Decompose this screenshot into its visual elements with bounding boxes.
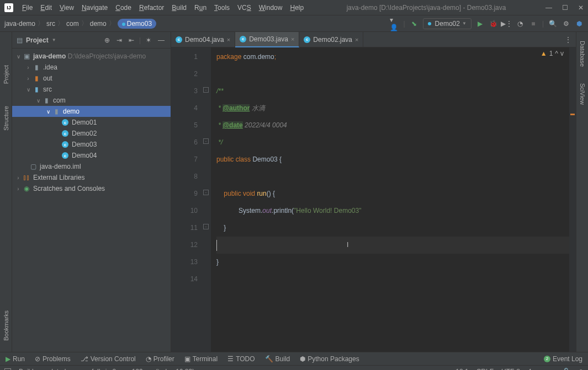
breadcrumb-current[interactable]: Demo03 <box>118 19 156 29</box>
select-opened-icon[interactable]: ⊕ <box>103 36 112 44</box>
expand-all-icon[interactable]: ⇥ <box>115 36 124 44</box>
code-editor[interactable]: 123- 456- 789- 1011-121314 package com.d… <box>171 47 576 352</box>
inspection-widget[interactable]: ▲ 1 ^ v <box>541 50 564 57</box>
tab-close-icon[interactable]: × <box>227 36 230 43</box>
menu-navigate[interactable]: Navigate <box>78 2 111 13</box>
editor-tab-active[interactable]: cDemo03.java× <box>235 32 299 47</box>
sciview-tool-button[interactable]: SciView <box>579 83 586 105</box>
terminal-tool-button[interactable]: ▣Terminal <box>184 355 218 363</box>
indent-label[interactable]: 4 spaces <box>528 368 554 371</box>
tree-file-iml[interactable]: ▢java-demo.iml <box>12 161 171 172</box>
event-log-tool-button[interactable]: 2Event Log <box>544 355 582 363</box>
stop-icon[interactable]: ■ <box>529 19 538 28</box>
menu-view[interactable]: View <box>56 2 77 13</box>
menu-refactor[interactable]: Refactor <box>136 2 167 13</box>
bookmarks-tool-button[interactable]: Bookmarks <box>3 310 9 341</box>
structure-tool-button[interactable]: Structure <box>3 106 9 131</box>
tree-class-demo04[interactable]: cDemo04 <box>12 150 171 161</box>
todo-tool-button[interactable]: ☰TODO <box>227 355 255 363</box>
breadcrumb-item[interactable]: java-demo <box>4 20 35 28</box>
breadcrumb-item[interactable]: com <box>66 20 79 28</box>
panel-settings-icon[interactable]: ✶ <box>144 36 153 44</box>
editor-tab[interactable]: cDemo02.java× <box>299 32 363 47</box>
profiler-icon: ◔ <box>146 355 151 363</box>
breadcrumb-item[interactable]: demo <box>90 20 107 28</box>
menu-build[interactable]: Build <box>168 2 190 13</box>
editor-tab[interactable]: cDemo04.java× <box>171 32 235 47</box>
minimize-icon[interactable]: — <box>545 4 552 12</box>
menu-help[interactable]: Help <box>287 2 307 13</box>
title-bar: IJ File Edit View Navigate Code Refactor… <box>0 0 588 15</box>
tab-close-icon[interactable]: × <box>355 36 358 43</box>
database-tool-button[interactable]: Database <box>579 41 586 67</box>
run-tool-button[interactable]: ▶Run <box>6 355 25 363</box>
menu-run[interactable]: Run <box>191 2 210 13</box>
menu-tools[interactable]: Tools <box>211 2 233 13</box>
menu-window[interactable]: Window <box>256 2 286 13</box>
text-caret <box>216 240 217 251</box>
tree-class-demo03[interactable]: cDemo03 <box>12 139 171 150</box>
toolwindows-toggle-icon[interactable] <box>4 368 11 371</box>
maximize-icon[interactable]: ☐ <box>562 4 568 12</box>
todo-icon: ☰ <box>227 355 234 363</box>
inspect-widget-icon[interactable]: ◐ <box>578 368 584 371</box>
chevron-down-icon[interactable]: v <box>560 50 564 57</box>
chevron-up-icon[interactable]: ^ <box>555 50 558 57</box>
tree-external-libraries[interactable]: ›⫿⫿External Libraries <box>12 172 171 183</box>
warning-marker[interactable] <box>570 114 575 115</box>
python-packages-tool-button[interactable]: ⬢Python Packages <box>300 355 359 363</box>
tree-folder-out[interactable]: ›▮out <box>12 73 171 84</box>
fold-icon[interactable]: - <box>203 224 209 229</box>
tab-close-icon[interactable]: × <box>291 36 294 42</box>
hide-panel-icon[interactable]: — <box>156 36 166 44</box>
profile-icon[interactable]: ◔ <box>516 19 525 28</box>
search-icon[interactable]: 🔍 <box>548 19 557 28</box>
file-encoding[interactable]: UTF-8 <box>501 368 520 371</box>
chevron-down-icon[interactable]: ▼ <box>52 37 56 42</box>
collapse-all-icon[interactable]: ⇤ <box>127 36 136 44</box>
readonly-toggle-icon[interactable]: 🔓 <box>562 368 570 371</box>
line-gutter[interactable]: 123- 456- 789- 1011-121314 <box>171 47 211 352</box>
coverage-icon[interactable]: ▶⋮ <box>502 19 511 28</box>
fold-icon[interactable]: - <box>203 190 209 195</box>
profiler-tool-button[interactable]: ◔Profiler <box>146 355 174 363</box>
problems-tool-button[interactable]: ⊘Problems <box>35 355 71 363</box>
user-icon[interactable]: ▾👤 <box>390 19 399 28</box>
tree-root[interactable]: ∨▣ java-demo D:\IdeaProjects\java-demo <box>12 51 171 62</box>
caret-position[interactable]: 12:1 <box>455 368 468 371</box>
error-stripe[interactable] <box>569 47 576 352</box>
tree-package-demo[interactable]: ∨▮demo <box>12 106 171 117</box>
ide-scripting-icon[interactable]: ⬢ <box>575 19 584 28</box>
breadcrumb-item[interactable]: src <box>46 20 55 28</box>
menu-file[interactable]: File <box>19 2 36 13</box>
class-icon: c <box>240 36 246 42</box>
run-config-selector[interactable]: Demo02 ▼ <box>423 18 472 29</box>
line-separator[interactable]: CRLF <box>476 368 494 371</box>
class-icon: c <box>62 141 68 148</box>
fold-icon[interactable]: - <box>203 87 209 93</box>
tree-folder-idea[interactable]: ›▮.idea <box>12 62 171 73</box>
tree-package-com[interactable]: ∨▮com <box>12 95 171 106</box>
build-icon[interactable]: ⬊ <box>410 19 419 28</box>
tree-folder-src[interactable]: ∨▮src <box>12 84 171 95</box>
build-tool-button[interactable]: 🔨Build <box>265 355 290 363</box>
version-control-tool-button[interactable]: ⎇Version Control <box>81 355 136 363</box>
settings-icon[interactable]: ⚙ <box>561 19 570 28</box>
editor-tabs-more-icon[interactable]: ⋮ <box>560 36 576 44</box>
run-icon: ▶ <box>6 355 10 363</box>
config-icon <box>428 22 431 25</box>
menu-vcs[interactable]: VCS <box>234 2 255 13</box>
debug-icon[interactable]: 🐞 <box>489 19 498 28</box>
fold-icon[interactable]: - <box>203 138 209 144</box>
code-content[interactable]: package com.demo; /** * @author 水滴 * @da… <box>211 47 569 352</box>
menu-code[interactable]: Code <box>112 2 135 13</box>
project-panel: ▤ Project ▼ ⊕ ⇥ ⇤ | ✶ — ∨▣ java-demo D:\… <box>12 32 171 352</box>
tree-class-demo01[interactable]: cDemo01 <box>12 117 171 128</box>
close-icon[interactable]: ✕ <box>578 4 584 12</box>
panel-title: Project <box>26 36 49 44</box>
run-icon[interactable]: ▶ <box>476 19 485 28</box>
tree-class-demo02[interactable]: cDemo02 <box>12 128 171 139</box>
project-tool-button[interactable]: Project <box>3 65 9 84</box>
menu-edit[interactable]: Edit <box>37 2 55 13</box>
tree-scratches[interactable]: ›◉Scratches and Consoles <box>12 183 171 194</box>
